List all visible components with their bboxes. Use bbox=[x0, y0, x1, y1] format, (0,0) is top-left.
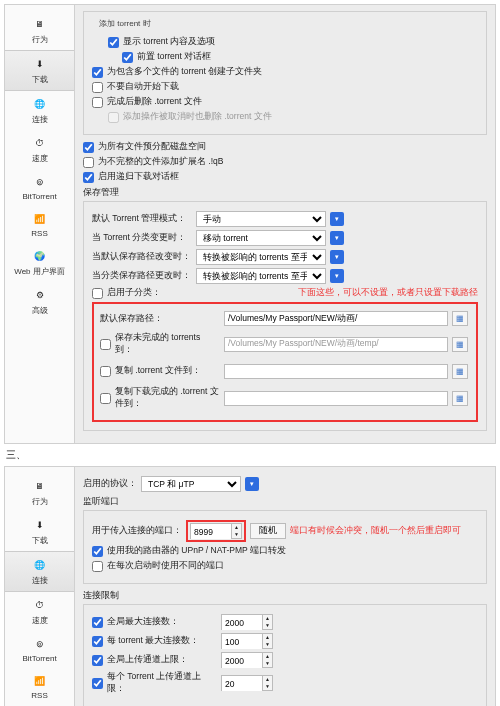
savepath-change-select[interactable]: 转换被影响的 torrents 至手动模式 bbox=[196, 249, 326, 265]
spin-down-icon[interactable]: ▼ bbox=[263, 683, 272, 690]
sidebar-item-behavior[interactable]: 🖥行为 bbox=[5, 473, 74, 512]
sidebar-item-advanced[interactable]: ⚙高级 bbox=[5, 282, 74, 321]
globe-icon: 🌐 bbox=[32, 557, 48, 573]
no-auto-start-checkbox[interactable] bbox=[92, 82, 103, 93]
front-dialog-checkbox[interactable] bbox=[122, 52, 133, 63]
sidebar-item-speed[interactable]: ⏱速度 bbox=[5, 592, 74, 631]
spin-up-icon[interactable]: ▲ bbox=[263, 634, 272, 641]
max-conn-checkbox[interactable] bbox=[92, 617, 103, 628]
max-up-checkbox[interactable] bbox=[92, 655, 103, 666]
sidebar-item-rss[interactable]: 📶RSS bbox=[5, 668, 74, 705]
mgmt-mode-select[interactable]: 手动 bbox=[196, 211, 326, 227]
chevron-down-icon[interactable] bbox=[330, 269, 344, 283]
copy-done-checkbox[interactable] bbox=[100, 393, 111, 404]
max-conn-spinner[interactable]: ▲▼ bbox=[221, 614, 273, 630]
spin-down-icon[interactable]: ▼ bbox=[263, 622, 272, 629]
proto-select[interactable]: TCP 和 μTP bbox=[141, 476, 241, 492]
port-input[interactable] bbox=[191, 524, 231, 539]
spin-up-icon[interactable]: ▲ bbox=[263, 653, 272, 660]
per-torrent-checkbox[interactable] bbox=[92, 636, 103, 647]
per-torrent-spinner[interactable]: ▲▼ bbox=[221, 633, 273, 649]
path-note: 下面这些，可以不设置，或者只设置下载路径 bbox=[298, 287, 478, 299]
random-button[interactable]: 随机 bbox=[250, 523, 286, 539]
monitor-icon: 🖥 bbox=[32, 16, 48, 32]
listen-title: 监听端口 bbox=[83, 496, 487, 508]
max-up-spinner[interactable]: ▲▼ bbox=[221, 652, 273, 668]
use-cat-checkbox[interactable] bbox=[92, 288, 103, 299]
copy-done-label: 复制下载完成的 .torrent 文件到： bbox=[115, 386, 220, 410]
folder-icon[interactable]: ▦ bbox=[452, 364, 468, 379]
sidebar-label: 高级 bbox=[32, 305, 48, 316]
sidebar-item-behavior[interactable]: 🖥行为 bbox=[5, 11, 74, 50]
prealloc-label: 为所有文件预分配磁盘空间 bbox=[98, 141, 206, 153]
show-content-label: 显示 torrent 内容及选项 bbox=[123, 36, 215, 48]
sidebar-label: 行为 bbox=[32, 34, 48, 45]
sidebar-item-rss[interactable]: 📶RSS bbox=[5, 206, 74, 243]
sidebar-item-bittorrent[interactable]: ⊚BitTorrent bbox=[5, 631, 74, 668]
diff-port-checkbox[interactable] bbox=[92, 561, 103, 572]
diff-port-label: 在每次启动时使用不同的端口 bbox=[107, 560, 224, 572]
spin-up-icon[interactable]: ▲ bbox=[263, 615, 272, 622]
chevron-down-icon[interactable] bbox=[245, 477, 259, 491]
spin-down-icon[interactable]: ▼ bbox=[263, 660, 272, 667]
spin-down-icon[interactable]: ▼ bbox=[232, 531, 241, 538]
no-auto-start-label: 不要自动开始下载 bbox=[107, 81, 179, 93]
port-spinner[interactable]: ▲▼ bbox=[190, 523, 242, 539]
multi-folder-label: 为包含多个文件的 torrent 创建子文件夹 bbox=[107, 66, 262, 78]
chevron-down-icon[interactable] bbox=[330, 231, 344, 245]
bittorrent-icon: ⊚ bbox=[32, 636, 48, 652]
per-torrent-input[interactable] bbox=[222, 634, 262, 649]
copy-done-input[interactable] bbox=[224, 391, 448, 406]
default-path-input[interactable] bbox=[224, 311, 448, 326]
content-downloads: 添加 torrent 时 显示 torrent 内容及选项 前置 torrent… bbox=[75, 5, 495, 443]
mgmt-mode-label: 默认 Torrent 管理模式： bbox=[92, 213, 192, 225]
per-up-spinner[interactable]: ▲▼ bbox=[221, 675, 273, 691]
sidebar-item-connection[interactable]: 🌐连接 bbox=[5, 91, 74, 130]
sidebar: 🖥行为 ⬇下载 🌐连接 ⏱速度 ⊚BitTorrent 📶RSS 🌍Web 用户… bbox=[5, 5, 75, 443]
chevron-down-icon[interactable] bbox=[330, 212, 344, 226]
folder-icon[interactable]: ▦ bbox=[452, 391, 468, 406]
del-cancel-label: 添加操作被取消时也删除 .torrent 文件 bbox=[123, 111, 272, 123]
sidebar-item-connection[interactable]: 🌐连接 bbox=[5, 551, 74, 592]
section-separator: 三、 bbox=[6, 448, 494, 462]
prealloc-checkbox[interactable] bbox=[83, 142, 94, 153]
incomplete-label: 保存未完成的 torrents 到： bbox=[115, 332, 220, 356]
save-mgmt-title: 保存管理 bbox=[83, 187, 487, 199]
append-qb-label: 为不完整的文件添加扩展名 .!qB bbox=[98, 156, 223, 168]
multi-folder-checkbox[interactable] bbox=[92, 67, 103, 78]
catpath-change-select[interactable]: 转换被影响的 torrents 至手动模式 bbox=[196, 268, 326, 284]
spin-up-icon[interactable]: ▲ bbox=[263, 676, 272, 683]
max-up-input[interactable] bbox=[222, 653, 262, 668]
gauge-icon: ⏱ bbox=[32, 597, 48, 613]
per-torrent-label: 每 torrent 最大连接数： bbox=[107, 635, 217, 647]
per-up-input[interactable] bbox=[222, 676, 262, 691]
sidebar-item-webui[interactable]: 🌍Web 用户界面 bbox=[5, 243, 74, 282]
spin-down-icon[interactable]: ▼ bbox=[263, 641, 272, 648]
sidebar-item-speed[interactable]: ⏱速度 bbox=[5, 130, 74, 169]
chevron-down-icon[interactable] bbox=[330, 250, 344, 264]
copy-input[interactable] bbox=[224, 364, 448, 379]
rss-icon: 📶 bbox=[32, 673, 48, 689]
spin-up-icon[interactable]: ▲ bbox=[232, 524, 241, 531]
incomplete-input[interactable] bbox=[224, 337, 448, 352]
append-qb-checkbox[interactable] bbox=[83, 157, 94, 168]
use-cat-label: 启用子分类： bbox=[107, 287, 161, 299]
front-dialog-label: 前置 torrent 对话框 bbox=[137, 51, 211, 63]
incomplete-checkbox[interactable] bbox=[100, 339, 111, 350]
copy-checkbox[interactable] bbox=[100, 366, 111, 377]
sidebar-item-downloads[interactable]: ⬇下载 bbox=[5, 50, 74, 91]
sidebar-label: BitTorrent bbox=[22, 192, 56, 201]
default-path-label: 默认保存路径： bbox=[100, 313, 220, 325]
upnp-checkbox[interactable] bbox=[92, 546, 103, 557]
del-after-checkbox[interactable] bbox=[92, 97, 103, 108]
recursive-checkbox[interactable] bbox=[83, 172, 94, 183]
sidebar-label: RSS bbox=[31, 229, 47, 238]
sidebar-item-downloads[interactable]: ⬇下载 bbox=[5, 512, 74, 551]
max-conn-input[interactable] bbox=[222, 615, 262, 630]
per-up-checkbox[interactable] bbox=[92, 678, 103, 689]
folder-icon[interactable]: ▦ bbox=[452, 337, 468, 352]
cat-change-select[interactable]: 移动 torrent bbox=[196, 230, 326, 246]
sidebar-item-bittorrent[interactable]: ⊚BitTorrent bbox=[5, 169, 74, 206]
folder-icon[interactable]: ▦ bbox=[452, 311, 468, 326]
show-content-checkbox[interactable] bbox=[108, 37, 119, 48]
